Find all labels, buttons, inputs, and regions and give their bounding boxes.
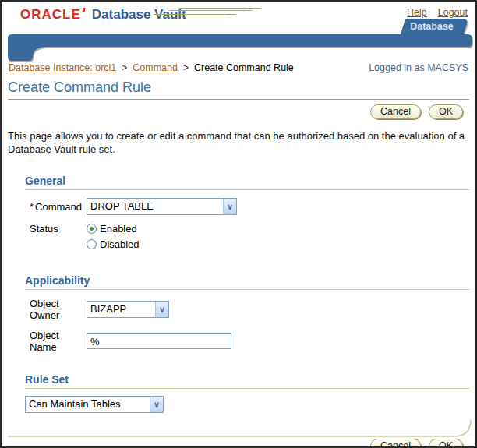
help-link[interactable]: Help [407,7,427,18]
page-description: This page allows you to create or edit a… [8,130,469,156]
section-general-title: General [25,175,469,190]
breadcrumb-separator: > [178,62,194,73]
global-header: ORACLE Database Vault Help Logout Databa… [2,2,475,61]
radio-unselected-icon[interactable] [87,239,97,249]
status-enabled-label: Enabled [100,223,137,235]
chevron-down-icon[interactable]: ∨ [223,199,236,214]
global-links: Help Logout [407,7,468,18]
status-label: Status [25,223,87,235]
command-select[interactable]: DROP TABLE ∨ [87,198,237,215]
required-marker: * [30,201,34,213]
command-select-value: DROP TABLE [87,199,223,214]
chevron-down-icon[interactable]: ∨ [155,302,168,317]
status-disabled-label: Disabled [100,238,140,250]
ok-button[interactable]: OK [429,439,463,448]
tab-database[interactable]: Database [398,19,466,34]
section-rule-set-title: Rule Set [25,373,469,389]
breadcrumb-command[interactable]: Command [132,62,178,73]
section-applicability: Applicability Object Owner BIZAPP ∨ Obje… [25,274,469,353]
rule-set-value: Can Maintain Tables [26,397,150,412]
tab-label: Database [398,19,466,34]
object-owner-row: Object Owner BIZAPP ∨ [25,298,469,321]
object-owner-select[interactable]: BIZAPP ∨ [87,301,169,318]
create-command-rule-page: ORACLE Database Vault Help Logout Databa… [0,0,477,448]
status-radio-group: Enabled Disabled [87,223,140,254]
object-owner-label: Object Owner [25,298,87,321]
nav-bar-swoosh [8,34,472,61]
page-title: Create Command Rule [8,79,475,96]
object-name-label: Object Name [25,330,87,353]
ok-button[interactable]: OK [429,104,463,119]
command-field-row: *Command DROP TABLE ∨ [25,198,469,215]
object-name-input[interactable] [87,333,231,349]
footer-curve-decoration [8,419,472,437]
status-field-row: Status Enabled Disabled [25,223,469,254]
status-option-disabled[interactable]: Disabled [87,238,140,250]
radio-selected-icon[interactable] [87,224,97,234]
breadcrumb-separator: > [116,62,132,73]
command-label: *Command [25,201,87,213]
oracle-logo: ORACLE [20,7,85,23]
rule-set-select[interactable]: Can Maintain Tables ∨ [25,396,164,413]
section-applicability-title: Applicability [25,274,469,290]
top-actions: Cancel OK [14,104,463,119]
cancel-button[interactable]: Cancel [370,439,421,448]
chevron-down-icon[interactable]: ∨ [150,397,163,412]
cancel-button[interactable]: Cancel [370,104,421,119]
breadcrumb-row: Database Instance: orcl1 > Command > Cre… [9,62,468,75]
breadcrumb-database-instance[interactable]: Database Instance: orcl1 [9,62,116,73]
logout-link[interactable]: Logout [438,7,468,18]
object-owner-value: BIZAPP [87,302,155,317]
section-rule-set: Rule Set Can Maintain Tables ∨ [25,373,469,413]
logged-in-status: Logged in as MACSYS [369,62,468,73]
object-name-row: Object Name [25,330,469,353]
breadcrumb-current: Create Command Rule [194,62,294,73]
section-general: General *Command DROP TABLE ∨ Status Ena… [25,175,469,254]
breadcrumb: Database Instance: orcl1 > Command > Cre… [9,62,294,73]
status-option-enabled[interactable]: Enabled [87,223,140,235]
bottom-actions: Cancel OK [14,439,463,448]
title-divider [8,99,469,100]
